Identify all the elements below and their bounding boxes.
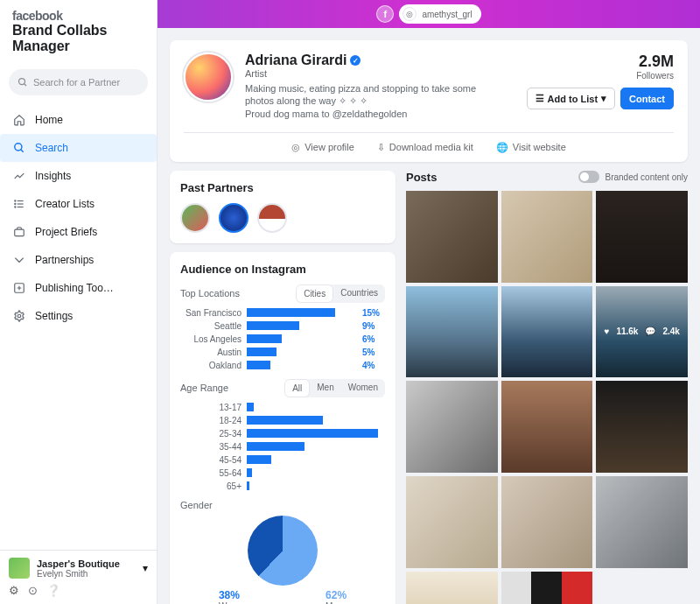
handshake-icon: [12, 253, 26, 267]
instagram-handle-pill[interactable]: ◎ amethyst_grl: [399, 4, 480, 24]
insights-icon: [12, 169, 26, 183]
partner-search-input[interactable]: Search for a Partner: [9, 69, 148, 95]
account-user: Evelyn Smith: [37, 569, 136, 579]
post-tile[interactable]: [501, 476, 593, 568]
visit-website-link[interactable]: 🌐Visit website: [496, 142, 566, 153]
bar-label: Oakland: [180, 361, 242, 370]
locations-segment[interactable]: Cities Countries: [296, 284, 385, 303]
gender-pie-chart: [248, 516, 318, 586]
svg-line-3: [21, 150, 24, 152]
post-tile[interactable]: [406, 286, 498, 378]
sidebar-nav: Home Search Insights Creator Lists Proje…: [0, 106, 157, 330]
sidebar-item-search[interactable]: Search: [0, 134, 157, 162]
post-tile[interactable]: [596, 191, 688, 283]
sidebar-item-label: Partnerships: [35, 254, 94, 266]
svg-point-8: [15, 204, 16, 205]
top-locations-chart: San Francisco15%Seattle9%Los Angeles6%Au…: [180, 308, 385, 370]
profile-actions: ◎View profile ⇩Download media kit 🌐Visit…: [184, 132, 674, 162]
verified-badge-icon: ✓: [350, 55, 360, 66]
publish-icon: [12, 281, 26, 295]
gear-icon: [12, 309, 26, 323]
posts-title: Posts: [406, 171, 437, 184]
topbar: f ◎ amethyst_grl: [158, 0, 700, 28]
men-pct: 62%: [326, 589, 346, 601]
search-icon: [12, 141, 26, 155]
svg-rect-10: [15, 229, 24, 236]
add-to-list-button[interactable]: ☰ Add to List ▾: [527, 88, 615, 109]
facebook-wordmark: facebook: [12, 9, 144, 23]
post-tile[interactable]: [596, 381, 688, 473]
sidebar-item-project-briefs[interactable]: Project Briefs: [0, 218, 157, 246]
gear-icon[interactable]: ⚙: [9, 584, 19, 597]
post-tile[interactable]: [406, 476, 498, 568]
download-media-kit-link[interactable]: ⇩Download media kit: [377, 142, 473, 153]
followers-label: Followers: [636, 71, 674, 81]
age-range-chart: 13-1718-2425-3435-4445-5455-6465+: [180, 403, 385, 491]
account-switcher[interactable]: Jasper's Boutique Evelyn Smith ▾: [9, 558, 148, 579]
posts-section: Posts Branded content only ♥11.6k 💬2.4k: [406, 171, 688, 604]
profile-card: Adriana Girardi ✓ Artist Making music, e…: [170, 40, 688, 162]
profile-avatar[interactable]: [184, 53, 233, 102]
branded-content-label: Branded content only: [605, 172, 688, 182]
segment-women[interactable]: Women: [341, 379, 385, 397]
age-bar-row: 45-54: [180, 455, 385, 465]
bar-label: San Francisco: [180, 308, 242, 318]
main: f ◎ amethyst_grl Adriana Girardi ✓ Artis…: [158, 0, 700, 604]
view-profile-link[interactable]: ◎View profile: [291, 142, 354, 153]
bar-label: 55-64: [180, 468, 242, 478]
bar-label: 45-54: [180, 455, 242, 465]
account-avatar: [9, 558, 30, 579]
location-bar-row: Oakland4%: [180, 361, 385, 370]
post-tile[interactable]: [501, 572, 593, 604]
heart-icon: ♥: [604, 327, 609, 336]
age-bar-row: 55-64: [180, 468, 385, 478]
gender-label: Gender: [180, 500, 213, 510]
contact-button[interactable]: Contact: [620, 88, 674, 109]
post-tile[interactable]: [501, 381, 593, 473]
list-icon: ☰: [536, 93, 544, 104]
sidebar-item-label: Settings: [35, 310, 73, 322]
segment-men[interactable]: Men: [310, 379, 340, 397]
post-tile[interactable]: [406, 572, 498, 604]
sidebar: facebook Brand Collabs Manager Search fo…: [0, 0, 158, 604]
partner-logo[interactable]: [219, 203, 248, 233]
sidebar-item-partnerships[interactable]: Partnerships: [0, 246, 157, 274]
segment-countries[interactable]: Countries: [333, 284, 385, 303]
sidebar-item-publishing-tools[interactable]: Publishing Too…: [0, 274, 157, 302]
bar-value: 15%: [362, 308, 385, 318]
help-icon[interactable]: ❔: [46, 584, 60, 597]
post-tile[interactable]: [501, 286, 593, 378]
post-tile[interactable]: [501, 191, 593, 283]
facebook-platform-icon[interactable]: f: [376, 5, 394, 23]
likes-count: 11.6k: [616, 327, 638, 336]
post-tile[interactable]: ♥11.6k 💬2.4k: [596, 286, 688, 378]
partner-logo[interactable]: [257, 203, 287, 233]
sidebar-item-label: Search: [35, 142, 68, 154]
sidebar-item-label: Creator Lists: [35, 198, 94, 210]
location-bar-row: Los Angeles6%: [180, 334, 385, 344]
chevron-down-icon: ▾: [601, 93, 606, 104]
followers-count: 2.9M: [636, 53, 674, 71]
partner-logo[interactable]: [180, 203, 210, 233]
post-tile[interactable]: [406, 381, 498, 473]
sidebar-item-home[interactable]: Home: [0, 106, 157, 134]
age-segment[interactable]: All Men Women: [284, 379, 385, 397]
bar-label: Seattle: [180, 321, 242, 331]
women-pct: 38%: [219, 589, 248, 601]
sidebar-item-settings[interactable]: Settings: [0, 302, 157, 330]
bar-label: Los Angeles: [180, 334, 242, 344]
home-icon: [12, 113, 26, 127]
branded-content-toggle[interactable]: [578, 171, 599, 183]
bar-label: 13-17: [180, 403, 242, 412]
search-placeholder: Search for a Partner: [33, 77, 120, 88]
sidebar-item-insights[interactable]: Insights: [0, 162, 157, 190]
age-bar-row: 18-24: [180, 416, 385, 425]
location-bar-row: Austin5%: [180, 348, 385, 357]
svg-point-7: [15, 200, 16, 201]
segment-cities[interactable]: Cities: [296, 284, 333, 303]
segment-all[interactable]: All: [284, 379, 310, 397]
post-tile[interactable]: [596, 476, 688, 568]
notification-icon[interactable]: ⊙: [28, 584, 38, 597]
sidebar-item-creator-lists[interactable]: Creator Lists: [0, 190, 157, 218]
post-tile[interactable]: [406, 191, 498, 283]
